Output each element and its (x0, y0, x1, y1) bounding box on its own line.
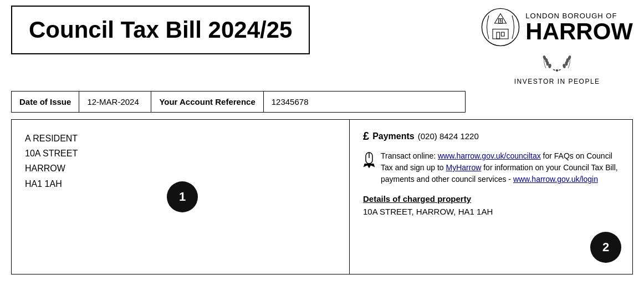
investor-label: INVESTOR IN PEOPLE (514, 78, 600, 85)
left-panel: A RESIDENT 10A STREET HARROW HA1 1AH 1 (12, 120, 350, 274)
info-row: Date of Issue 12-MAR-2024 Your Account R… (11, 91, 466, 113)
svg-point-10 (546, 62, 549, 66)
borough-text: LONDON BOROUGH OF HARROW (525, 12, 633, 43)
ref-label: Your Account Reference (151, 91, 263, 112)
svg-rect-1 (493, 29, 508, 39)
wreath-row: INVESTOR IN PEOPLE (514, 49, 600, 85)
online-intro: Transact online: (381, 151, 436, 160)
svg-rect-2 (497, 32, 500, 39)
wreath-icon (540, 49, 574, 77)
right-panel: £ Payments (020) 8424 1220 Transact onli… (350, 120, 632, 274)
date-value: 12-MAR-2024 (79, 91, 151, 112)
online-text: Transact online: www.harrow.gov.uk/counc… (381, 150, 619, 185)
svg-text:5: 5 (499, 19, 502, 23)
page-title: Council Tax Bill 2024/25 (29, 17, 292, 43)
myharrow-link[interactable]: MyHarrow (446, 163, 482, 172)
date-label: Date of Issue (12, 91, 79, 112)
badge-1: 1 (167, 181, 198, 212)
header-row: Council Tax Bill 2024/25 5 (11, 6, 633, 85)
online-section: Transact online: www.harrow.gov.uk/counc… (363, 150, 619, 185)
details-section: Details of charged property 10A STREET, … (363, 194, 619, 216)
badge-2: 2 (590, 232, 621, 263)
pound-icon: £ (363, 130, 369, 143)
details-label: Details of charged property (363, 194, 619, 204)
main-content: A RESIDENT 10A STREET HARROW HA1 1AH 1 £… (11, 119, 633, 274)
address-line4: HA1 1AH (25, 176, 78, 191)
logo-section: 5 LONDON BOROUGH OF HARROW (481, 6, 633, 85)
page-container: Council Tax Bill 2024/25 5 (0, 0, 644, 280)
crest-icon: 5 (481, 8, 520, 47)
harrow-title: HARROW (525, 20, 633, 43)
payments-label: Payments (372, 131, 415, 141)
mouse-icon (363, 151, 375, 185)
svg-point-16 (556, 69, 558, 72)
title-box: Council Tax Bill 2024/25 (11, 6, 310, 54)
payments-phone: (020) 8424 1220 (418, 131, 479, 141)
login-link[interactable]: www.harrow.gov.uk/login (513, 175, 598, 184)
svg-point-14 (565, 62, 568, 66)
svg-rect-3 (502, 32, 505, 36)
ref-value: 12345678 (264, 91, 336, 112)
address-block: A RESIDENT 10A STREET HARROW HA1 1AH (25, 131, 78, 191)
address-line2: 10A STREET (25, 146, 78, 161)
address-line1: A RESIDENT (25, 131, 78, 146)
counciltax-link[interactable]: www.harrow.gov.uk/counciltax (438, 151, 541, 160)
address-line3: HARROW (25, 161, 78, 176)
property-address: 10A STREET, HARROW, HA1 1AH (363, 207, 619, 216)
payments-row: £ Payments (020) 8424 1220 (363, 130, 619, 143)
logo-top: 5 LONDON BOROUGH OF HARROW (481, 8, 633, 47)
